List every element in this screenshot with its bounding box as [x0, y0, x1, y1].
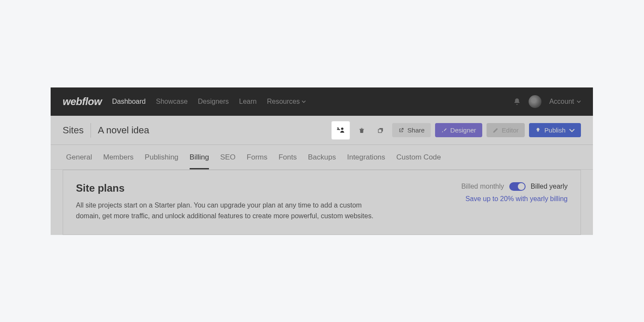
breadcrumb-sites[interactable]: Sites	[63, 125, 84, 136]
tab-billing[interactable]: Billing	[190, 145, 209, 169]
editor-button: Editor	[487, 123, 525, 137]
subheader-actions: Share Designer Editor Publish	[331, 121, 581, 140]
pencil-icon	[493, 127, 499, 133]
chevron-down-icon	[569, 127, 575, 133]
tab-integrations[interactable]: Integrations	[347, 145, 385, 169]
tab-forms[interactable]: Forms	[247, 145, 267, 169]
chevron-down-icon	[577, 99, 581, 104]
nav-dashboard[interactable]: Dashboard	[112, 98, 145, 105]
notifications-bell-icon[interactable]	[513, 98, 521, 105]
tab-publishing[interactable]: Publishing	[145, 145, 178, 169]
panel-left: Site plans All site projects start on a …	[76, 182, 376, 222]
nav-resources-label: Resources	[267, 98, 299, 105]
breadcrumb-divider	[91, 123, 91, 138]
nav-resources[interactable]: Resources	[267, 98, 305, 105]
nav-links: Dashboard Showcase Designers Learn Resou…	[112, 98, 306, 105]
nav-learn[interactable]: Learn	[239, 98, 257, 105]
svg-rect-3	[378, 129, 381, 132]
billed-monthly-label: Billed monthly	[461, 183, 504, 190]
tab-members[interactable]: Members	[103, 145, 133, 169]
toggle-knob	[518, 183, 525, 190]
site-plans-panel: Site plans All site projects start on a …	[63, 170, 581, 235]
duplicate-site-button[interactable]	[373, 123, 388, 138]
duplicate-icon	[377, 127, 384, 134]
tab-fonts[interactable]: Fonts	[278, 145, 297, 169]
nav-designers[interactable]: Designers	[198, 98, 229, 105]
billed-yearly-label: Billed yearly	[531, 183, 568, 190]
panel-wrap: Site plans All site projects start on a …	[51, 170, 593, 235]
account-label: Account	[549, 98, 574, 105]
share-icon	[398, 127, 404, 133]
publish-button[interactable]: Publish	[529, 123, 581, 137]
svg-marker-0	[339, 129, 340, 130]
panel-right: Billed monthly Billed yearly Save up to …	[461, 182, 568, 203]
webflow-settings-screenshot: webflow Dashboard Showcase Designers Lea…	[51, 87, 593, 235]
billing-period-toggle[interactable]	[509, 182, 526, 191]
brush-icon	[441, 127, 447, 133]
publish-label: Publish	[544, 126, 565, 134]
panel-title: Site plans	[76, 182, 376, 194]
tab-seo[interactable]: SEO	[220, 145, 236, 169]
panel-description: All site projects start on a Starter pla…	[76, 200, 376, 222]
subheader: Sites A novel idea	[51, 116, 593, 145]
nav-showcase[interactable]: Showcase	[156, 98, 187, 105]
delete-site-button[interactable]	[354, 123, 369, 138]
tab-backups[interactable]: Backups	[308, 145, 336, 169]
settings-tabs: General Members Publishing Billing SEO F…	[51, 145, 593, 170]
tab-custom-code[interactable]: Custom Code	[396, 145, 441, 169]
share-button[interactable]: Share	[392, 123, 431, 137]
chevron-down-icon	[302, 99, 306, 104]
yearly-savings-link[interactable]: Save up to 20% with yearly billing	[461, 195, 568, 203]
svg-point-1	[341, 127, 343, 130]
account-menu[interactable]: Account	[549, 98, 581, 105]
nav-right: Account	[513, 95, 581, 108]
designer-label: Designer	[450, 126, 476, 134]
breadcrumb-site-title: A novel idea	[98, 125, 149, 136]
designer-button[interactable]: Designer	[435, 123, 482, 137]
tab-general[interactable]: General	[66, 145, 92, 169]
trash-icon	[358, 127, 365, 134]
transfer-site-button[interactable]	[331, 121, 350, 140]
editor-label: Editor	[502, 126, 519, 134]
transfer-person-icon	[336, 126, 345, 135]
billing-period-toggle-row: Billed monthly Billed yearly	[461, 182, 568, 191]
user-avatar[interactable]	[529, 95, 541, 108]
webflow-logo[interactable]: webflow	[63, 96, 102, 108]
rocket-icon	[535, 127, 541, 133]
share-label: Share	[408, 126, 425, 134]
top-nav: webflow Dashboard Showcase Designers Lea…	[51, 87, 593, 116]
